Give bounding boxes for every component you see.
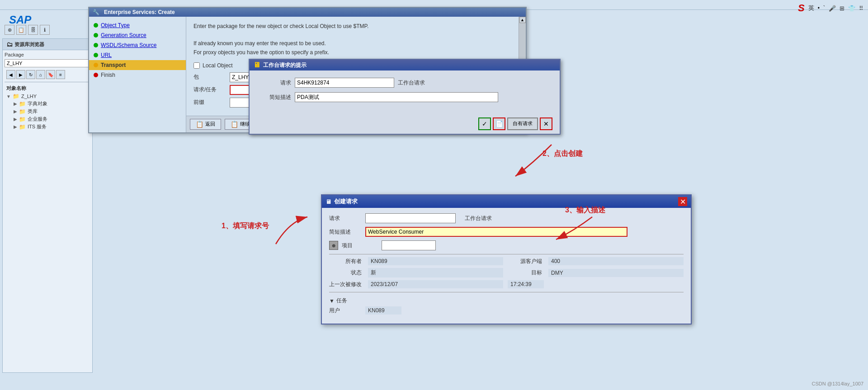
- crd-status-label: 状态: [329, 269, 363, 277]
- root-arrow-icon: ▼: [6, 94, 11, 99]
- tray-shirt-icon[interactable]: 👕: [848, 5, 855, 12]
- tree-item-dict[interactable]: ▶ 📁 字典对象: [5, 100, 90, 108]
- crd-source-client-value: 400: [548, 257, 684, 265]
- tree-item-class-label: 类库: [28, 108, 38, 115]
- crd-titlebar: 🖥 创建请求 ✕: [322, 195, 691, 208]
- tree-list-btn[interactable]: ≡: [56, 70, 65, 79]
- package-input[interactable]: [5, 59, 90, 67]
- nav-item-url[interactable]: URL: [89, 50, 186, 60]
- transport-desc-label: 简短描述: [259, 94, 295, 101]
- tray-lang[interactable]: 英: [808, 4, 814, 12]
- scroll-up-btn[interactable]: ▲: [519, 17, 526, 23]
- section-div-1: [329, 254, 684, 254]
- toolbar-btn-3[interactable]: 🗄: [28, 25, 38, 35]
- crd-request-input[interactable]: [365, 213, 456, 223]
- tree-home-btn[interactable]: ⌂: [36, 70, 45, 79]
- es-titlebar: 🔧 Enterprise Services: Create: [89, 8, 526, 17]
- nav-link-wsdl[interactable]: WSDL/Schema Source: [101, 42, 156, 48]
- create-request-dialog: 🖥 创建请求 ✕ 请求 工作台请求 简短描述 ⊕ 项目 所有者 KN089 源客…: [321, 194, 692, 324]
- tree-toolbar: ◀ ▶ ↻ ⌂ 🔖 ≡: [5, 69, 90, 80]
- crd-task-user-label: 用户: [329, 307, 365, 315]
- arrow-3-svg: [542, 212, 597, 249]
- local-object-checkbox[interactable]: [193, 62, 200, 69]
- nav-item-wsdl[interactable]: WSDL/Schema Source: [89, 40, 186, 50]
- crd-task-expand-icon: ▼: [329, 298, 335, 304]
- crd-workbench-label: 工作台请求: [456, 215, 492, 222]
- toolbar-btn-2[interactable]: 📋: [16, 25, 26, 35]
- tree-root-item[interactable]: ▼ 📁 Z_LHY: [5, 93, 90, 100]
- tree-bookmark-btn[interactable]: 🔖: [46, 70, 55, 79]
- transport-own-request-btn[interactable]: 自有请求: [507, 117, 538, 130]
- nav-link-url[interactable]: URL: [101, 52, 112, 58]
- tree-item-class[interactable]: ▶ 📁 类库: [5, 108, 90, 115]
- annotation-2: 2、点击创建: [542, 149, 583, 159]
- nav-item-finish[interactable]: Finish: [89, 70, 186, 80]
- tree-item-enterprise[interactable]: ▶ 📁 企业服务: [5, 115, 90, 123]
- crd-desc-row: 简短描述: [329, 227, 684, 237]
- crd-owner-value: KN089: [368, 257, 503, 265]
- crd-project-input[interactable]: [382, 240, 436, 250]
- tray-grid-icon[interactable]: ⊞: [840, 5, 844, 12]
- nav-dot-finish: [94, 73, 98, 77]
- crd-status-value: 新: [368, 268, 503, 277]
- es-window-title: Enterprise Services: Create: [104, 9, 175, 15]
- nav-item-object-type[interactable]: Object Type: [89, 20, 186, 30]
- left-panel: 🗂 资源库浏览器 Package ◀ ▶ ↻ ⌂ 🔖 ≡ 对象名称 ▼ 📁 Z_…: [2, 38, 93, 373]
- toolbar-btn-4[interactable]: ℹ: [40, 25, 50, 35]
- tree-back-btn[interactable]: ◀: [6, 70, 15, 79]
- es-title-icon: 🔧: [93, 9, 99, 15]
- transport-dialog-body: 请求 工作台请求 简短描述: [250, 70, 560, 114]
- crd-project-row: ⊕ 项目: [329, 240, 684, 250]
- sep-1: [5, 82, 90, 82]
- root-folder-icon: 📁: [13, 93, 19, 99]
- object-name-label: 对象名称: [5, 84, 90, 93]
- crd-project-icon: ⊕: [329, 241, 338, 250]
- sap-logo: SAP: [9, 14, 31, 26]
- annotation-3: 3、输入描述: [565, 206, 605, 215]
- crd-task-label: 任务: [336, 297, 347, 305]
- arrow-2-svg: [497, 140, 556, 181]
- transport-dialog-btns: ✓ 📄 自有请求 ✕: [250, 114, 560, 134]
- nav-dot-object-type: [94, 23, 98, 28]
- crd-body: 请求 工作台请求 简短描述 ⊕ 项目 所有者 KN089 源客户端 400 状态…: [322, 208, 691, 324]
- transport-request-input[interactable]: [295, 78, 394, 88]
- transport-request-label: 请求: [259, 79, 295, 87]
- annotation-1-text: 1、填写请求号: [222, 222, 269, 230]
- nav-dot-url: [94, 53, 98, 57]
- pkg-field-label: 包: [193, 73, 230, 81]
- tray-apps-icon[interactable]: ⠿: [859, 5, 863, 12]
- nav-link-gen-source[interactable]: Generation Source: [101, 32, 146, 38]
- transport-dialog-title: 🖥 工作台请求的提示: [253, 61, 307, 69]
- crd-close-btn[interactable]: ✕: [678, 197, 687, 206]
- tree-item-its[interactable]: ▶ 📁 ITS 服务: [5, 123, 90, 131]
- req-field-label: 请求/任务: [193, 86, 230, 94]
- transport-cancel-btn[interactable]: ✕: [540, 117, 552, 130]
- nav-link-object-type[interactable]: Object Type: [101, 22, 130, 28]
- es-nav: Object Type Generation Source WSDL/Schem…: [89, 17, 186, 132]
- back-icon: 📋: [196, 121, 203, 128]
- tree-refresh-btn[interactable]: ↻: [26, 70, 35, 79]
- crd-details-grid: 所有者 KN089 源客户端 400 状态 新 目标 DMY 上一次被修改 20…: [329, 257, 684, 288]
- crd-title-text: 🖥 创建请求: [326, 197, 358, 206]
- transport-desc-input[interactable]: [295, 92, 498, 102]
- nav-text-transport: Transport: [101, 62, 126, 68]
- crd-source-client-label: 源客户端: [508, 258, 544, 265]
- enterprise-arrow-icon: ▶: [14, 117, 17, 122]
- its-arrow-icon: ▶: [14, 124, 17, 129]
- toolbar-btn-1[interactable]: ⊕: [5, 25, 14, 35]
- prefix-field-label: 前缀: [193, 99, 230, 106]
- nav-item-gen-source[interactable]: Generation Source: [89, 30, 186, 40]
- transport-new-btn[interactable]: 📄: [493, 117, 505, 130]
- es-title-text: 🔧 Enterprise Services: Create: [93, 9, 175, 15]
- transport-dlg-icon: 🖥: [253, 61, 260, 69]
- crd-owner-label: 所有者: [329, 258, 363, 265]
- crd-last-mod-time: 17:24:39: [508, 280, 544, 288]
- nav-item-transport[interactable]: Transport: [89, 60, 186, 70]
- crd-request-row: 请求 工作台请求: [329, 213, 684, 223]
- crd-project-label: 项目: [342, 242, 378, 249]
- transport-confirm-btn[interactable]: ✓: [478, 117, 491, 130]
- back-button[interactable]: 📋 返回: [190, 119, 221, 130]
- tray-mic-icon[interactable]: 🎤: [829, 5, 836, 12]
- tree-forward-btn[interactable]: ▶: [16, 70, 25, 79]
- arrow-1-svg: [262, 212, 316, 249]
